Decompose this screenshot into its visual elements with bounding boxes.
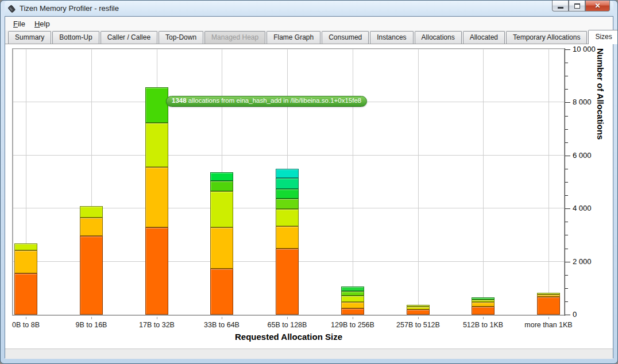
tab-summary[interactable]: Summary	[8, 31, 51, 44]
x-tick	[222, 317, 222, 319]
x-category-label: 257B to 512B	[384, 321, 453, 329]
v-gridline	[483, 49, 484, 315]
bar-17b-to-32b[interactable]	[145, 87, 168, 315]
bar-segment[interactable]	[276, 209, 299, 226]
tab-temporary-allocations[interactable]: Temporary Allocations	[506, 31, 587, 44]
y-tick	[565, 102, 570, 103]
y-tick	[565, 208, 570, 209]
bar-segment[interactable]	[276, 189, 299, 199]
y-axis-title: Number of Allocations	[596, 48, 605, 316]
tooltip-text: allocations from eina_hash_add in /lib/l…	[187, 97, 362, 104]
bar-0b-to-8b[interactable]	[14, 243, 37, 315]
window-controls: ✕	[552, 1, 610, 11]
close-icon: ✕	[594, 2, 600, 10]
bar-9b-to-16b[interactable]	[80, 206, 103, 315]
y-tick	[565, 129, 568, 130]
bar-512b-to-1kb[interactable]	[472, 297, 495, 315]
bar-257b-to-512b[interactable]	[407, 305, 430, 315]
bar-segment[interactable]	[14, 273, 37, 315]
bar-segment[interactable]	[276, 178, 299, 189]
chart-panel: 02 0004 0006 0008 00010 000 Number of Al…	[5, 44, 613, 348]
y-tick	[565, 156, 570, 156]
bar-segment[interactable]	[341, 291, 364, 296]
bar-segment[interactable]	[407, 309, 430, 315]
bar-65b-to-128b[interactable]	[276, 169, 299, 315]
y-tick-label: 10 000	[573, 45, 596, 53]
minimize-button[interactable]	[552, 1, 569, 11]
bar-segment[interactable]	[80, 218, 103, 236]
bar-segment[interactable]	[145, 167, 168, 227]
close-button[interactable]: ✕	[585, 1, 610, 11]
y-tick	[565, 222, 568, 222]
y-tick	[565, 182, 568, 183]
bar-segment[interactable]	[14, 250, 37, 273]
app-icon	[7, 4, 16, 13]
bar-segment[interactable]	[145, 123, 168, 167]
menu-file[interactable]: File	[9, 18, 30, 30]
tab-allocated[interactable]: Allocated	[463, 31, 505, 44]
tab-sizes[interactable]: Sizes	[588, 30, 618, 44]
y-tick	[565, 262, 570, 262]
tab-bottom-up[interactable]: Bottom-Up	[52, 31, 99, 44]
y-tick	[565, 49, 570, 50]
bar-segment[interactable]	[80, 206, 103, 218]
x-tick	[287, 317, 288, 319]
bar-segment[interactable]	[341, 308, 364, 315]
maximize-icon	[574, 3, 580, 9]
x-axis-title: Requested Allocation Size	[12, 332, 565, 342]
bar-segment[interactable]	[145, 87, 168, 123]
y-tick	[565, 275, 568, 276]
bar-33b-to-64b[interactable]	[210, 172, 233, 315]
tab-instances[interactable]: Instances	[370, 31, 413, 44]
x-tick	[483, 317, 484, 319]
tab-top-down[interactable]: Top-Down	[159, 31, 203, 44]
x-category-label: 17B to 32B	[122, 321, 191, 329]
bar-segment[interactable]	[472, 302, 495, 307]
x-tick	[353, 317, 353, 319]
bar-segment[interactable]	[276, 169, 299, 178]
bar-segment[interactable]	[14, 243, 37, 250]
bar-segment[interactable]	[341, 286, 364, 291]
y-tick	[565, 195, 568, 196]
bar-more-than-1kb[interactable]	[537, 293, 560, 315]
y-tick	[565, 116, 568, 117]
y-tick	[565, 315, 570, 315]
tab-flame-graph[interactable]: Flame Graph	[266, 31, 320, 44]
v-gridline	[549, 49, 549, 315]
y-tick	[565, 63, 568, 63]
bar-segment[interactable]	[341, 296, 364, 302]
app-window: Tizen Memory Profiler - resfile ✕ FileHe…	[0, 0, 618, 364]
status-bar	[5, 348, 613, 359]
tab-consumed[interactable]: Consumed	[322, 31, 369, 44]
x-tick	[91, 317, 92, 319]
bar-129b-to-256b[interactable]	[341, 286, 364, 315]
y-tick	[565, 142, 568, 143]
maximize-button[interactable]	[569, 1, 585, 11]
bar-segment[interactable]	[276, 199, 299, 209]
y-axis: 02 0004 0006 0008 00010 000	[565, 48, 618, 316]
menu-bar: FileHelp	[5, 17, 613, 30]
x-category-label: 0B to 8B	[0, 321, 60, 329]
bar-segment[interactable]	[210, 269, 233, 315]
bar-segment[interactable]	[276, 249, 299, 315]
bar-segment[interactable]	[210, 227, 233, 269]
bar-segment[interactable]	[472, 307, 495, 315]
window-title: Tizen Memory Profiler - resfile	[20, 4, 119, 13]
bar-segment[interactable]	[341, 302, 364, 308]
x-category-label: 512B to 1KB	[449, 321, 517, 329]
bar-segment[interactable]	[537, 297, 560, 315]
tab-managed-heap[interactable]: Managed Heap	[204, 31, 265, 44]
bar-segment[interactable]	[145, 227, 168, 315]
bar-segment[interactable]	[210, 191, 233, 227]
x-category-label: 33B to 64B	[187, 321, 256, 329]
tab-bar: SummaryBottom-UpCaller / CalleeTop-DownM…	[5, 30, 613, 44]
bar-segment[interactable]	[276, 226, 299, 249]
tab-allocations[interactable]: Allocations	[415, 31, 462, 44]
tooltip-value: 1348	[172, 97, 187, 104]
bar-segment[interactable]	[210, 181, 233, 191]
y-tick	[565, 89, 568, 90]
tab-caller-callee[interactable]: Caller / Callee	[101, 31, 157, 44]
bar-segment[interactable]	[210, 172, 233, 181]
menu-help[interactable]: Help	[30, 18, 55, 30]
bar-segment[interactable]	[80, 236, 103, 315]
